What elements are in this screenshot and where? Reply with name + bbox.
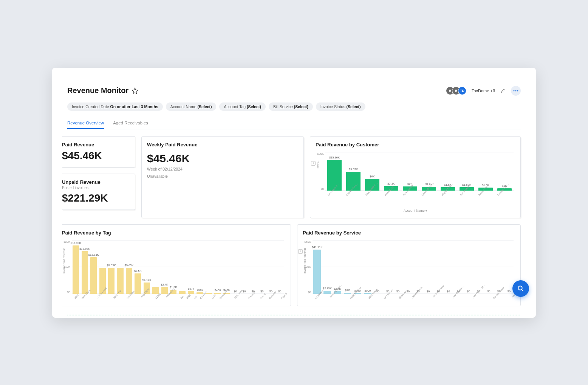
svg-line-4 [521, 289, 523, 291]
bar [161, 287, 168, 293]
bar-value-label: $15.86K [329, 156, 340, 159]
search-fab[interactable] [512, 280, 529, 297]
bar-col[interactable]: $0 [383, 240, 393, 294]
x-tick: 1065 [184, 293, 191, 301]
bar [90, 257, 97, 294]
bar-col[interactable]: $1.5K [477, 152, 495, 191]
bar-col[interactable]: $0 [275, 240, 283, 294]
tab-bar: Revenue OverviewAged Receivables [67, 118, 521, 129]
bar-col[interactable]: $6K [363, 152, 381, 191]
filter-pill[interactable]: Account Tag (Select) [219, 102, 265, 111]
bar-col[interactable]: $0 [231, 240, 239, 294]
bar-col[interactable]: $558 [196, 240, 204, 294]
bar-value-label: $0 [269, 290, 272, 293]
chart: ↓ Invoice Paid Revenue $20K$10K$0$17.93K… [62, 240, 285, 301]
more-button[interactable] [511, 86, 521, 96]
bar-col[interactable]: $15.86K [80, 240, 88, 294]
tab-revenue-overview[interactable]: Revenue Overview [67, 118, 104, 129]
download-icon[interactable]: ↓ [311, 161, 316, 166]
download-icon[interactable]: ↓ [298, 249, 303, 254]
y-tick: $20K [317, 152, 324, 155]
filter-pill[interactable]: Bill Service (Select) [269, 102, 313, 111]
star-icon[interactable] [132, 87, 138, 94]
bar-value-label: $13.63K [88, 253, 99, 256]
bar-col[interactable]: $9.63K [107, 240, 115, 294]
bar-col[interactable]: $17.93K [72, 240, 80, 294]
card-title: Paid Revenue by Customer [316, 142, 515, 147]
bar-col[interactable]: $13.63K [90, 240, 97, 294]
card-title: Weekly Paid Revenue [147, 142, 298, 147]
edit-button[interactable] [498, 86, 508, 96]
avatar-stack[interactable]: B B TD [446, 87, 466, 95]
kpi-value: $45.46K [62, 150, 130, 162]
bar-col[interactable]: $2.75K [323, 240, 332, 294]
bar-col[interactable]: $0 [403, 240, 413, 294]
bar-col[interactable]: $0 [494, 240, 504, 294]
bar-col[interactable]: $9.63K [125, 240, 133, 294]
bar-col[interactable]: $1K [343, 240, 352, 294]
y-tick: $0 [67, 290, 70, 294]
bar-col[interactable]: $0 [258, 240, 266, 294]
status-label: Unavailable [147, 174, 298, 180]
y-tick: $10K [63, 265, 70, 269]
bar-col[interactable]: $0 [424, 240, 433, 294]
header-actions: B B TD TaxDome +3 [446, 86, 521, 96]
bar [344, 293, 351, 294]
y-tick: $20K [63, 240, 70, 244]
bar-col[interactable]: $500 [363, 240, 373, 294]
bar-col[interactable]: $977 [187, 240, 195, 294]
pencil-icon [501, 88, 505, 93]
bar-col[interactable]: $0 [267, 240, 275, 294]
bar-col[interactable]: $0 [249, 240, 257, 294]
bar-col[interactable] [178, 240, 186, 294]
svg-point-1 [515, 90, 517, 91]
bar-col[interactable]: $0 [240, 240, 248, 294]
filter-pill[interactable]: Invoice Status (Select) [316, 102, 365, 111]
bar-value-label: $41.11K [312, 245, 322, 249]
bar-col[interactable]: $2K [401, 152, 419, 191]
bar-col[interactable]: $7.5K [134, 240, 142, 294]
x-tick: 1040 [72, 293, 79, 301]
filter-pill[interactable]: Invoice Created Date On or after Last 3 … [67, 102, 163, 111]
bar-col[interactable]: $0 [393, 240, 403, 294]
bar-col[interactable] [205, 240, 213, 294]
bar-value-label: $9.63K [125, 264, 134, 267]
bar [197, 292, 203, 294]
bar-col[interactable]: $0 [444, 240, 453, 294]
bar-col[interactable]: $400 [223, 240, 231, 294]
bar-col[interactable]: $550 [353, 240, 362, 294]
bar [313, 250, 321, 294]
x-tick: NY [192, 295, 198, 301]
bar-col[interactable] [152, 240, 159, 294]
bar-col[interactable]: $41.11K [313, 240, 322, 294]
bar-col[interactable]: $0 [464, 240, 473, 294]
bar-col[interactable]: $0 [504, 240, 514, 294]
filter-pill[interactable]: Account Name (Select) [166, 102, 217, 111]
bar-col[interactable]: $0 [373, 240, 382, 294]
bar-col[interactable]: $2.3K [382, 152, 400, 191]
bar-col[interactable]: $1.8K [420, 152, 438, 191]
bar [82, 251, 88, 294]
bar-col[interactable]: $9.63K [344, 152, 362, 191]
bar-col[interactable]: $400 [214, 240, 221, 294]
bar-col[interactable]: $0 [484, 240, 494, 294]
paid-revenue-by-service-card: Paid Revenue by Service ↓ Invoice Paid R… [297, 224, 521, 306]
kpi-value: $45.46K [147, 152, 298, 165]
bar [126, 268, 132, 293]
page-title: Revenue Monitor [67, 86, 128, 95]
bar-col[interactable] [116, 240, 124, 294]
bar-col[interactable]: $1.59K [458, 152, 476, 191]
bar-col[interactable]: $1.6K [439, 152, 457, 191]
bar-col[interactable]: $2.4K [161, 240, 169, 294]
tab-aged-receivables[interactable]: Aged Receivables [113, 118, 148, 129]
bar-col[interactable] [98, 240, 106, 294]
bar-col[interactable]: $4.12K [143, 240, 151, 294]
bar-value-label: $0 [260, 290, 263, 293]
week-label: Week of 02/12/2024 [147, 166, 298, 172]
bar-col[interactable]: $1.5K [169, 240, 177, 294]
x-tick: 1120 [209, 293, 217, 301]
bar-col[interactable]: $1K [495, 152, 514, 191]
bar-col[interactable]: $15.86K [325, 152, 344, 191]
bar-value-label: $0 [407, 290, 410, 293]
bar-value-label: $400 [215, 289, 221, 292]
